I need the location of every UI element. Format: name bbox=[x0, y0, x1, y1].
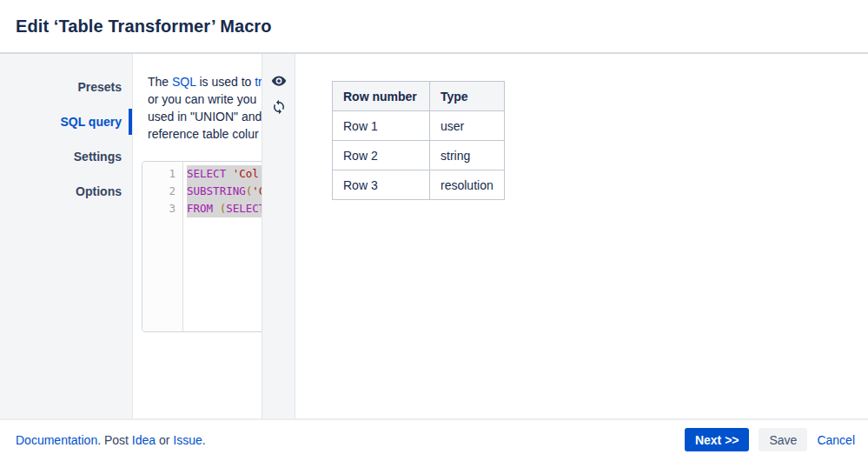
footer-text: . Post bbox=[97, 433, 132, 447]
sidebar-item-sql-query[interactable]: SQL query bbox=[0, 104, 132, 139]
sidebar-item-label: Presets bbox=[77, 80, 122, 94]
description-line: used in "UNION" and bbox=[148, 108, 262, 125]
editor-code-area[interactable]: SELECT 'ColSUBSTRING('CFROM (SELECT bbox=[183, 162, 262, 331]
column-header: Row number bbox=[333, 82, 430, 111]
footer-links: Documentation. Post Idea or Issue. bbox=[16, 433, 206, 447]
table-cell: string bbox=[430, 141, 505, 170]
save-button[interactable]: Save bbox=[759, 428, 807, 451]
footer-link-idea[interactable]: Idea bbox=[132, 433, 156, 447]
description-text: used in "UNION" and bbox=[148, 110, 262, 124]
column-header: Type bbox=[430, 82, 505, 111]
selected-text: SELECT 'Col bbox=[187, 165, 262, 183]
table-cell: user bbox=[430, 111, 505, 141]
table-row: Row 3resolution bbox=[333, 170, 505, 200]
preview-table-header-row: Row numberType bbox=[333, 82, 505, 111]
footer-text: or bbox=[156, 433, 173, 447]
sql-description: The SQL is used to tror you can write yo… bbox=[148, 73, 262, 143]
dialog-footer: Documentation. Post Idea or Issue. Next … bbox=[0, 418, 868, 459]
description-link[interactable]: tr bbox=[255, 75, 262, 89]
table-cell: resolution bbox=[430, 170, 505, 200]
code-token-keyword: SELECT bbox=[226, 202, 262, 215]
code-token-keyword: SUBSTRING bbox=[187, 184, 246, 197]
sql-code-editor[interactable]: 123 SELECT 'ColSUBSTRING('CFROM (SELECT bbox=[142, 161, 262, 332]
preview-panel: Row numberType Row 1userRow 2stringRow 3… bbox=[295, 54, 868, 418]
preview-table: Row numberType Row 1userRow 2stringRow 3… bbox=[332, 81, 505, 200]
selected-text: SUBSTRING('C bbox=[187, 183, 262, 200]
sidebar-nav: PresetsSQL querySettingsOptions bbox=[0, 54, 133, 418]
sidebar-item-options[interactable]: Options bbox=[0, 174, 132, 209]
cancel-link[interactable]: Cancel bbox=[817, 433, 855, 447]
code-token-string: 'C bbox=[252, 184, 262, 197]
selected-text: FROM (SELECT bbox=[187, 200, 262, 217]
footer-actions: Next >> Save Cancel bbox=[685, 428, 855, 451]
description-line: reference table colur bbox=[148, 125, 262, 143]
sidebar-item-presets[interactable]: Presets bbox=[0, 70, 132, 104]
refresh-icon[interactable] bbox=[271, 99, 287, 115]
table-row: Row 1user bbox=[333, 111, 505, 141]
panel-toolbar bbox=[262, 54, 295, 418]
sidebar-item-label: Options bbox=[76, 184, 122, 198]
sidebar-item-label: SQL query bbox=[60, 115, 122, 129]
code-line: SELECT 'Col bbox=[187, 165, 262, 183]
dialog-header: Edit ‘Table Transformer’ Macro bbox=[0, 0, 868, 54]
preview-table-body: Row 1userRow 2stringRow 3resolution bbox=[333, 111, 505, 200]
line-number: 2 bbox=[142, 183, 182, 200]
sidebar-item-settings[interactable]: Settings bbox=[0, 139, 132, 174]
sidebar-item-label: Settings bbox=[74, 150, 122, 164]
description-line: or you can write you bbox=[148, 90, 262, 108]
line-number: 3 bbox=[142, 200, 182, 217]
footer-text: . bbox=[202, 433, 206, 447]
line-number: 1 bbox=[142, 165, 182, 183]
description-line: The SQL is used to tr bbox=[148, 73, 262, 90]
preview-eye-icon[interactable] bbox=[271, 73, 287, 89]
footer-link-documentation[interactable]: Documentation bbox=[16, 433, 97, 447]
table-cell: Row 2 bbox=[333, 141, 430, 170]
code-token-keyword: SELECT bbox=[187, 167, 233, 180]
table-cell: Row 3 bbox=[333, 170, 430, 200]
code-token-keyword: FROM bbox=[187, 202, 220, 215]
sql-query-panel: The SQL is used to tror you can write yo… bbox=[133, 54, 262, 418]
footer-link-issue[interactable]: Issue bbox=[173, 433, 202, 447]
table-row: Row 2string bbox=[333, 141, 505, 170]
code-token-string: 'Col bbox=[233, 167, 259, 180]
code-line: SUBSTRING('C bbox=[187, 183, 262, 200]
active-tab-indicator bbox=[129, 109, 132, 135]
description-text: The bbox=[148, 75, 172, 89]
next-button[interactable]: Next >> bbox=[685, 428, 750, 451]
page-title: Edit ‘Table Transformer’ Macro bbox=[16, 17, 272, 37]
description-text: is used to bbox=[196, 75, 255, 89]
code-line: FROM (SELECT bbox=[187, 200, 262, 217]
table-cell: Row 1 bbox=[333, 111, 430, 141]
dialog-body: PresetsSQL querySettingsOptions The SQL … bbox=[0, 54, 868, 418]
editor-gutter: 123 bbox=[142, 162, 183, 331]
description-text: reference table colur bbox=[148, 127, 259, 141]
description-text: or you can write you bbox=[148, 92, 256, 106]
description-link[interactable]: SQL bbox=[172, 75, 196, 89]
